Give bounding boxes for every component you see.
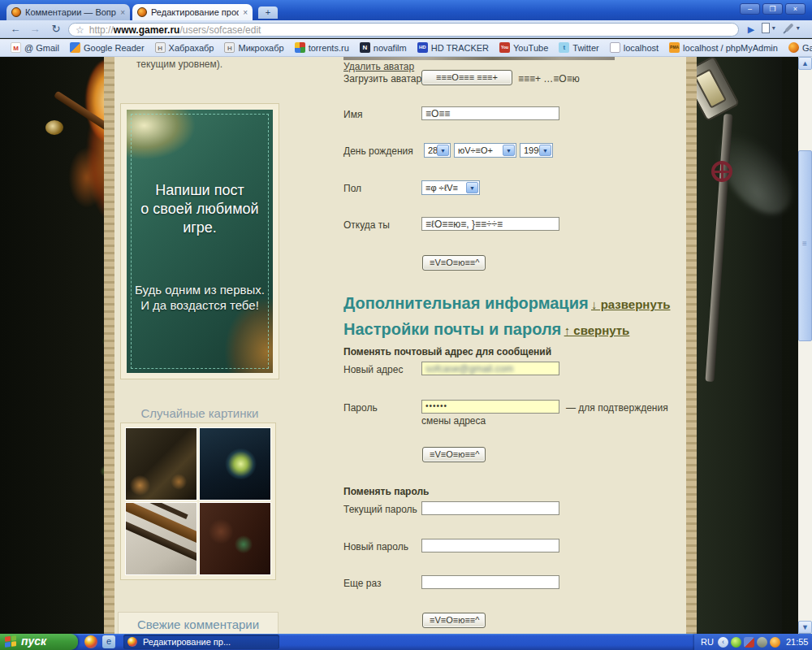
wrench-icon	[784, 24, 793, 32]
save-button[interactable]: ≡V≡O≡ю≡≡^	[422, 255, 486, 271]
tray-icon-1[interactable]	[731, 637, 741, 648]
birthday-month-select[interactable]: юV÷≡O+▼	[454, 143, 516, 158]
browser-window: Комментарии — Вопросы ... × Редактирован…	[0, 0, 812, 650]
collapse-link[interactable]: ↑ свернуть	[564, 323, 630, 337]
bookmark-torrents[interactable]: torrents.ru	[295, 42, 349, 53]
location-input[interactable]: ≡ℓO≡≡ю≡, }≡≡÷÷≡	[421, 217, 559, 231]
password-hint-below: смены адреса	[421, 415, 486, 427]
promo-text-2: Будь одним из первых. И да воздастся теб…	[127, 282, 273, 313]
change-password-heading: Поменять пароль	[343, 486, 429, 497]
tray-icon-2[interactable]	[744, 637, 754, 648]
save-password-button[interactable]: ≡V≡O≡ю≡≡^	[422, 613, 486, 628]
password-input[interactable]: ••••••	[421, 400, 559, 414]
bookmark-gamer-ru[interactable]: Gamer.ru	[788, 42, 812, 53]
promo-banner[interactable]: Напиши пост о своей любимой игре. Будь о…	[120, 103, 279, 379]
bookmark-hd-tracker[interactable]: HDHD TRACKER	[417, 42, 489, 53]
choose-file-button[interactable]: ≡≡≡O≡≡≡ ≡≡≡+	[421, 70, 512, 85]
bookmark-microhabr[interactable]: HМикрохабр	[224, 42, 283, 53]
page-icon	[610, 42, 620, 53]
go-button[interactable]: ▶	[744, 23, 758, 37]
bookmark-star-icon[interactable]: ☆	[76, 24, 84, 36]
scrollbar-up-arrow[interactable]: ▲	[798, 57, 812, 70]
bookmark-label: Микрохабр	[238, 43, 283, 53]
bookmark-label: localhost	[624, 43, 659, 53]
quicklaunch-ie-icon[interactable]: e	[102, 635, 115, 648]
page-menu-button[interactable]: ▾	[762, 23, 781, 37]
random-images-box	[120, 422, 276, 580]
minimize-button[interactable]: –	[740, 3, 760, 15]
repeat-password-input[interactable]	[421, 575, 559, 589]
maximize-button[interactable]: ❐	[762, 3, 783, 15]
name-input[interactable]: ≡O≡≡	[421, 106, 559, 120]
password-hint-right: — для подтверждения	[566, 402, 668, 414]
expand-link[interactable]: ↓ развернуть	[591, 297, 671, 311]
new-password-input[interactable]	[421, 539, 559, 552]
new-address-label: Новый адрес	[343, 364, 403, 375]
bookmark-localhost[interactable]: localhost	[610, 42, 659, 53]
taskbar-window-button[interactable]: Редактирование пр...	[123, 635, 279, 649]
random-image-3[interactable]	[125, 502, 197, 575]
reload-button[interactable]: ↻	[47, 22, 65, 37]
back-button[interactable]: ←	[6, 22, 24, 37]
tab-comments[interactable]: Комментарии — Вопросы ... ×	[6, 4, 130, 20]
bookmark-label: @ Gmail	[24, 43, 59, 53]
bookmark-youtube[interactable]: YouYouTube	[499, 42, 548, 53]
right-border-strip	[686, 57, 697, 634]
random-image-2[interactable]	[199, 427, 271, 500]
gamer-favicon	[137, 7, 147, 17]
wrench-menu-button[interactable]: ▾	[784, 23, 804, 37]
page-icon	[762, 23, 770, 33]
language-indicator[interactable]: RU	[701, 637, 714, 647]
novafilm-icon: N	[360, 42, 370, 53]
bookmark-phpmyadmin[interactable]: PMAlocalhost / phpMyAdmin	[669, 42, 778, 53]
tab-close-icon[interactable]: ×	[243, 8, 248, 17]
random-image-1[interactable]	[125, 427, 197, 500]
bookmarks-bar: M@ Gmail Google Reader HХабрахабр HМикро…	[0, 39, 812, 57]
scrollbar-down-arrow[interactable]: ▼	[798, 621, 812, 634]
quicklaunch-chrome-icon[interactable]	[84, 635, 97, 648]
bookmark-twitter[interactable]: tTwitter	[559, 42, 598, 53]
scrollbar-thumb[interactable]	[798, 150, 812, 341]
browser-toolbar: ← → ↻ ☆ http://www.gamer.ru/users/sofcas…	[0, 20, 812, 38]
avatar-image-cropped	[343, 57, 615, 60]
save-email-button[interactable]: ≡V≡O≡ю≡≡^	[422, 447, 486, 462]
birthday-year-select[interactable]: 1990▼	[520, 143, 553, 158]
tray-collapse-chevron[interactable]: ‹	[718, 637, 728, 648]
tab-title: Редактирование профил...	[151, 7, 239, 17]
tray-icon-3[interactable]	[757, 637, 767, 648]
google-reader-icon	[70, 42, 80, 53]
titlebar: Комментарии — Вопросы ... × Редактирован…	[0, 0, 812, 20]
bookmark-gmail[interactable]: M@ Gmail	[11, 42, 59, 53]
youtube-icon: You	[499, 42, 510, 53]
twitter-icon: t	[559, 42, 569, 53]
url-protocol: http://	[89, 24, 114, 36]
bookmark-label: Хабрахабр	[169, 43, 214, 53]
gamer-favicon	[11, 7, 21, 17]
change-email-heading: Поменять почтовый адрес для сообщений	[343, 346, 551, 358]
current-password-input[interactable]	[421, 501, 559, 515]
fresh-comments-box[interactable]: Свежие комментарии	[118, 612, 279, 634]
tray-icon-4[interactable]	[770, 637, 780, 648]
current-password-label: Текущий пароль	[343, 504, 417, 515]
new-password-label: Новый пароль	[343, 541, 408, 552]
password-label: Пароль	[343, 402, 378, 414]
name-label: Имя	[343, 109, 362, 120]
bookmark-habrahabr[interactable]: HХабрахабр	[155, 42, 214, 53]
delete-avatar-link[interactable]: Удалить аватар	[343, 61, 414, 72]
random-image-4[interactable]	[199, 502, 271, 575]
address-bar[interactable]: ☆ http://www.gamer.ru/users/sofcase/edit	[68, 23, 739, 37]
new-address-input[interactable]: sofcase@gmail.com	[421, 362, 559, 375]
start-button[interactable]: пуск	[0, 634, 78, 650]
tab-close-icon[interactable]: ×	[120, 8, 125, 17]
bookmark-novafilm[interactable]: Nnovafilm	[360, 42, 407, 53]
gender-select[interactable]: ≡φ ÷ℓV≡▼	[421, 180, 480, 195]
left-border-strip	[104, 57, 114, 634]
tab-profile-edit[interactable]: Редактирование профил... ×	[132, 4, 253, 20]
birthday-day-select[interactable]: 28▼	[424, 143, 451, 158]
new-tab-button[interactable]: +	[258, 6, 278, 19]
close-button[interactable]: ×	[785, 3, 806, 15]
bookmark-google-reader[interactable]: Google Reader	[70, 42, 145, 53]
vertical-scrollbar[interactable]: ▲ ▼	[798, 57, 812, 634]
forward-button[interactable]: →	[26, 22, 44, 37]
mail-settings-heading: Настройки почты и пароля	[343, 320, 561, 338]
